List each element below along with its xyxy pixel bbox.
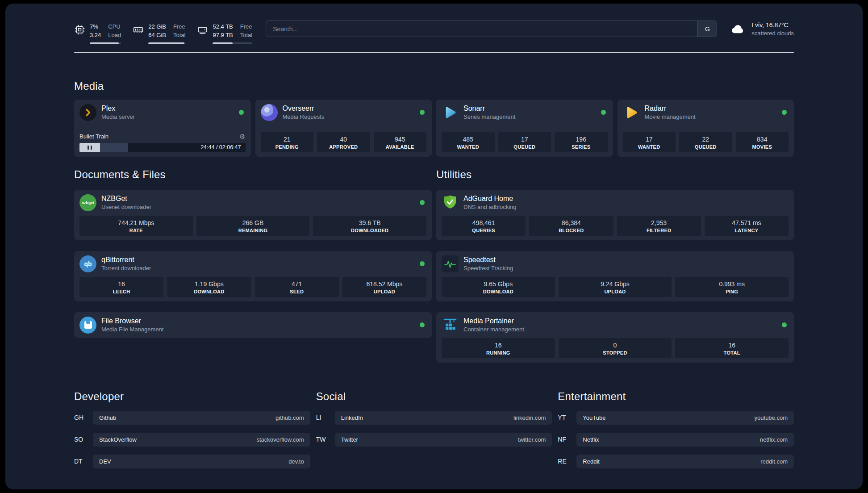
settings-gear-icon[interactable]: ⚙: [239, 133, 245, 140]
stat-label: WANTED: [443, 144, 493, 150]
stat-label: LATENCY: [706, 228, 787, 233]
disk-bar: [213, 42, 252, 44]
app-title: qBittorrent: [101, 256, 151, 264]
app-subtitle: DNS and adblocking: [463, 204, 517, 210]
stat-value: 744.21 Mbps: [81, 219, 191, 227]
stat-label: APPROVED: [319, 144, 368, 150]
bookmark-name: Twitter: [341, 436, 358, 443]
stat-value: 945: [376, 135, 425, 143]
sonarr-card[interactable]: Sonarr Series management 485 WANTED 17 Q…: [436, 100, 613, 157]
section-title-documents: Documents & Files: [74, 168, 432, 181]
stat-tile: 618.52 Mbps UPLOAD: [342, 277, 426, 297]
stat-label: SERIES: [556, 144, 606, 150]
stat-tile: 485 WANTED: [442, 132, 495, 152]
ram-free-label: Free: [173, 23, 185, 30]
stat-label: QUEUED: [500, 144, 550, 150]
stat-label: SEED: [257, 289, 337, 294]
nzbget-card[interactable]: nzbget NZBGet Usenet downloader 744.21 M…: [74, 190, 432, 240]
stat-label: UPLOAD: [560, 289, 670, 294]
status-dot: [420, 110, 425, 115]
stat-tile: 21 PENDING: [261, 132, 314, 152]
app-subtitle: Speedtest Tracking: [463, 265, 513, 272]
adguard-card[interactable]: AdGuard Home DNS and adblocking 498,461 …: [436, 190, 794, 240]
stat-tile: 47.571 ms LATENCY: [705, 216, 789, 235]
status-dot: [420, 322, 425, 327]
bookmarks-social: Social LI LinkedIn linkedin.com TW Twitt…: [316, 390, 552, 468]
qbittorrent-card[interactable]: qb qBittorrent Torrent downloader 16 LEE…: [74, 251, 432, 301]
stat-tile: 9.24 Gbps UPLOAD: [559, 277, 672, 297]
stat-value: 16: [443, 341, 553, 349]
overseerr-icon: [261, 104, 278, 121]
stat-value: 17: [500, 135, 550, 143]
bookmark-url: stackoverflow.com: [256, 436, 304, 443]
bookmark-url: dev.to: [288, 458, 304, 465]
stat-value: 86,384: [531, 219, 611, 227]
stat-label: DOWNLOAD: [443, 289, 553, 294]
stat-value: 16: [677, 341, 787, 349]
bookmark-linkedin[interactable]: LI LinkedIn linkedin.com: [316, 411, 552, 425]
search-bar: G: [266, 21, 717, 37]
filebrowser-card[interactable]: File Browser Media File Management: [74, 312, 432, 338]
stat-value: 9.65 Gbps: [443, 280, 553, 288]
bookmark-abbr: SO: [74, 436, 93, 443]
pause-button[interactable]: [79, 143, 100, 152]
stat-tile: 834 MOVIES: [736, 132, 789, 152]
stat-label: RUNNING: [443, 350, 553, 355]
status-dot: [239, 110, 244, 115]
stat-tile: 16 TOTAL: [675, 338, 789, 358]
seek-bar[interactable]: 24:44 / 02:06:47: [100, 143, 246, 152]
radarr-card[interactable]: Radarr Movie management 17 WANTED 22 QUE…: [618, 100, 794, 157]
search-engine-button[interactable]: G: [697, 21, 717, 37]
stat-tile: 471 SEED: [255, 277, 339, 297]
bookmark-twitter[interactable]: TW Twitter twitter.com: [316, 433, 552, 447]
bookmark-netflix[interactable]: NF Netflix netflix.com: [558, 433, 794, 447]
stat-tile: 0 STOPPED: [559, 338, 672, 358]
stat-label: QUERIES: [443, 228, 524, 233]
speedtest-card[interactable]: Speedtest Speedtest Tracking 9.65 Gbps D…: [436, 251, 794, 301]
ram-bar: [148, 42, 185, 44]
bookmark-url: linkedin.com: [513, 414, 546, 421]
portainer-card[interactable]: Media Portainer Container management 16 …: [436, 312, 794, 363]
stat-label: AVAILABLE: [376, 144, 425, 150]
cpu-load-value: 3.24: [90, 32, 101, 39]
bookmark-github[interactable]: GH Github github.com: [74, 411, 310, 425]
stat-value: 40: [319, 135, 368, 143]
stat-tile: 16 LEECH: [79, 277, 163, 297]
overseerr-card[interactable]: Overseerr Media Requests 21 PENDING 40 A…: [255, 100, 432, 157]
status-dot: [782, 322, 787, 327]
bookmark-name: StackOverflow: [99, 436, 137, 443]
section-title-social: Social: [316, 390, 552, 403]
search-input[interactable]: [266, 21, 697, 37]
bookmark-youtube[interactable]: YT YouTube youtube.com: [558, 411, 794, 425]
bookmark-reddit[interactable]: RE Reddit reddit.com: [558, 455, 794, 468]
app-subtitle: Media Requests: [283, 113, 325, 120]
stat-tile: 0.993 ms PING: [675, 277, 789, 297]
app-subtitle: Torrent downloader: [101, 265, 151, 272]
bookmark-abbr: TW: [316, 436, 335, 443]
stat-tile: 744.21 Mbps RATE: [79, 216, 193, 235]
stat-label: WANTED: [625, 144, 674, 150]
weather-condition: scattered clouds: [751, 30, 794, 37]
plex-card[interactable]: Plex Media server Bullet Train ⚙: [74, 100, 251, 157]
status-dot: [420, 261, 425, 266]
stat-label: PENDING: [263, 144, 312, 150]
app-title: Sonarr: [463, 104, 515, 113]
ram-free-value: 22 GiB: [148, 23, 166, 30]
stat-tile: 86,384 BLOCKED: [529, 216, 613, 235]
stat-tile: 16 RUNNING: [442, 338, 555, 358]
playback-time: 24:44 / 02:06:47: [200, 144, 241, 150]
bookmarks-developer: Developer GH Github github.com SO StackO…: [74, 390, 310, 468]
bookmark-stackoverflow[interactable]: SO StackOverflow stackoverflow.com: [74, 433, 310, 447]
bookmark-url: netflix.com: [760, 436, 788, 443]
stat-value: 266 GB: [198, 219, 308, 227]
ram-total-value: 64 GiB: [148, 32, 166, 39]
stat-tile: 17 QUEUED: [498, 132, 551, 152]
bookmark-name: Reddit: [583, 458, 600, 465]
disk-free-value: 52.4 TB: [213, 23, 233, 30]
bookmark-dev[interactable]: DT DEV dev.to: [74, 455, 310, 468]
app-subtitle: Usenet downloader: [101, 204, 151, 210]
app-subtitle: Container management: [463, 326, 524, 333]
stat-value: 834: [738, 135, 787, 143]
stat-value: 618.52 Mbps: [344, 280, 425, 288]
ram-monitor: 22 GiB 64 GiB Free Total: [133, 23, 185, 44]
